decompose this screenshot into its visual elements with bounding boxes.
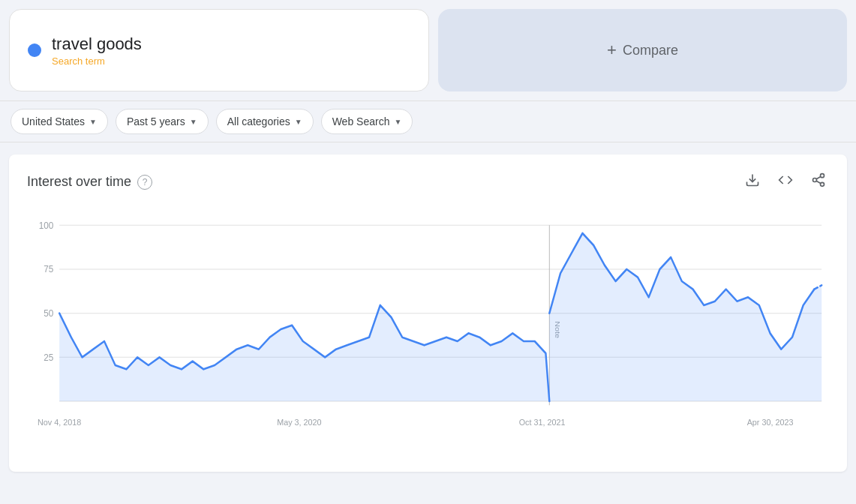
svg-line-5 — [816, 176, 821, 178]
svg-point-3 — [821, 182, 824, 186]
filter-time[interactable]: Past 5 years ▼ — [116, 109, 209, 134]
filter-category[interactable]: All categories ▼ — [216, 109, 314, 134]
svg-text:50: 50 — [44, 308, 53, 319]
svg-text:Apr 30, 2023: Apr 30, 2023 — [747, 418, 794, 427]
svg-line-4 — [816, 181, 821, 183]
chart-area: 100 75 50 25 Note Nov 4, 2018 May 3, 202… — [27, 209, 829, 449]
filter-region[interactable]: United States ▼ — [11, 109, 108, 134]
top-section: travel goods Search term + Compare — [0, 0, 856, 100]
filter-search-type-label: Web Search — [332, 116, 390, 128]
compare-label: Compare — [623, 43, 678, 58]
compare-plus-icon: + — [607, 40, 617, 60]
search-term-text: travel goods Search term — [52, 34, 142, 67]
svg-point-2 — [813, 178, 817, 182]
filter-category-label: All categories — [227, 116, 290, 128]
compare-card[interactable]: + Compare — [438, 9, 847, 92]
chart-section: Interest over time ? — [9, 154, 847, 472]
filter-time-label: Past 5 years — [127, 116, 185, 128]
filter-search-type[interactable]: Web Search ▼ — [321, 109, 413, 134]
svg-text:Oct 31, 2021: Oct 31, 2021 — [519, 418, 566, 427]
svg-text:25: 25 — [44, 352, 53, 363]
search-dot — [28, 44, 41, 57]
chart-title-row: Interest over time ? — [27, 174, 152, 190]
chevron-down-icon: ▼ — [295, 118, 302, 126]
chart-header: Interest over time ? — [27, 170, 829, 194]
chart-actions — [742, 170, 829, 194]
svg-text:Nov 4, 2018: Nov 4, 2018 — [38, 418, 81, 427]
help-icon[interactable]: ? — [137, 175, 152, 190]
chart-title: Interest over time — [27, 174, 131, 190]
embed-button[interactable] — [775, 170, 796, 194]
chevron-down-icon: ▼ — [89, 118, 97, 126]
svg-text:100: 100 — [39, 220, 54, 231]
chevron-down-icon: ▼ — [190, 118, 197, 126]
svg-point-1 — [821, 174, 824, 178]
svg-text:75: 75 — [44, 264, 53, 275]
interest-chart: 100 75 50 25 Note Nov 4, 2018 May 3, 202… — [27, 209, 829, 449]
filter-region-label: United States — [22, 116, 85, 128]
share-button[interactable] — [808, 170, 829, 194]
search-term-type: Search term — [52, 56, 142, 67]
filters-bar: United States ▼ Past 5 years ▼ All categ… — [0, 100, 856, 142]
search-term-card: travel goods Search term — [9, 9, 429, 92]
chevron-down-icon: ▼ — [394, 118, 401, 126]
svg-text:May 3, 2020: May 3, 2020 — [277, 418, 321, 427]
download-button[interactable] — [742, 170, 763, 194]
search-term-name: travel goods — [52, 34, 142, 54]
